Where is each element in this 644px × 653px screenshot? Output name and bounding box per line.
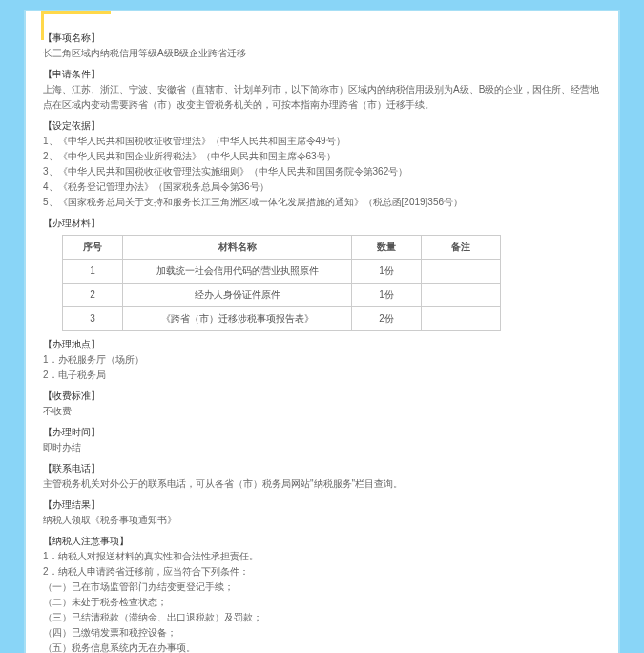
- heading-item-name: 事项名称: [43, 31, 601, 46]
- body-basis: 1、《中华人民共和国税收征收管理法》（中华人民共和国主席令49号） 2、《中华人…: [43, 134, 601, 210]
- cell: 1份: [352, 284, 422, 307]
- heading-basis: 设定依据: [43, 118, 601, 134]
- note-line: （四）已缴销发票和税控设备；: [43, 625, 601, 641]
- cell: 加载统一社会信用代码的营业执照原件: [123, 260, 352, 284]
- th-seq: 序号: [63, 236, 123, 260]
- note-line: 2．纳税人申请跨省迁移前，应当符合下列条件：: [43, 564, 601, 579]
- heading-notes: 纳税人注意事项: [43, 534, 601, 549]
- heading-place: 办理地点: [43, 337, 601, 352]
- basis-line: 4、《税务登记管理办法》（国家税务总局令第36号）: [43, 179, 601, 195]
- cell: 《跨省（市）迁移涉税事项报告表》: [123, 307, 352, 331]
- cell: 1份: [352, 260, 422, 284]
- materials-table: 序号 材料名称 数量 备注 1 加载统一社会信用代码的营业执照原件 1份 2 经…: [62, 235, 501, 331]
- cell: 经办人身份证件原件: [123, 284, 352, 307]
- corner-accent: [41, 11, 58, 40]
- basis-line: 2、《中华人民共和国企业所得税法》（中华人民共和国主席令63号）: [43, 149, 601, 164]
- basis-line: 3、《中华人民共和国税收征收管理法实施细则》（中华人民共和国国务院令第362号）: [43, 164, 601, 179]
- heading-apply-cond: 申请条件: [43, 67, 601, 82]
- heading-materials: 办理材料: [43, 216, 601, 231]
- body-item-name: 长三角区域内纳税信用等级A级B级企业跨省迁移: [43, 46, 601, 61]
- note-line: （二）未处于税务检查状态；: [43, 595, 601, 610]
- th-remark: 备注: [422, 236, 501, 260]
- body-place: 1．办税服务厅（场所） 2．电子税务局: [43, 352, 601, 383]
- note-line: （三）已结清税款（滞纳金、出口退税款）及罚款；: [43, 610, 601, 625]
- table-row: 3 《跨省（市）迁移涉税事项报告表》 2份: [63, 307, 501, 331]
- note-line: （一）已在市场监管部门办结变更登记手续；: [43, 579, 601, 595]
- heading-phone: 联系电话: [43, 461, 601, 476]
- table-row: 1 加载统一社会信用代码的营业执照原件 1份: [63, 260, 501, 284]
- body-fee: 不收费: [43, 404, 601, 419]
- note-line: （五）税务信息系统内无在办事项。: [43, 641, 601, 653]
- cell: [422, 307, 501, 331]
- heading-time: 办理时间: [43, 425, 601, 440]
- table-row: 2 经办人身份证件原件 1份: [63, 284, 501, 307]
- th-qty: 数量: [352, 236, 422, 260]
- table-header-row: 序号 材料名称 数量 备注: [63, 236, 501, 260]
- basis-line: 5、《国家税务总局关于支持和服务长江三角洲区域一体化发展措施的通知》（税总函[2…: [43, 195, 601, 210]
- body-notes: 1．纳税人对报送材料的真实性和合法性承担责任。 2．纳税人申请跨省迁移前，应当符…: [43, 549, 601, 653]
- cell: 2: [63, 284, 123, 307]
- heading-result: 办理结果: [43, 497, 601, 513]
- place-line: 2．电子税务局: [43, 368, 601, 383]
- basis-line: 1、《中华人民共和国税收征收管理法》（中华人民共和国主席令49号）: [43, 134, 601, 149]
- body-apply-cond: 上海、江苏、浙江、宁波、安徽省（直辖市、计划单列市，以下简称市）区域内的纳税信用…: [43, 82, 601, 113]
- cell: 2份: [352, 307, 422, 331]
- th-name: 材料名称: [123, 236, 352, 260]
- cell: [422, 284, 501, 307]
- place-line: 1．办税服务厅（场所）: [43, 352, 601, 368]
- cell: 3: [63, 307, 123, 331]
- detail-panel: 事项名称 长三角区域内纳税信用等级A级B级企业跨省迁移 申请条件 上海、江苏、浙…: [24, 10, 620, 653]
- cell: 1: [63, 260, 123, 284]
- heading-fee: 收费标准: [43, 389, 601, 404]
- note-line: 1．纳税人对报送材料的真实性和合法性承担责任。: [43, 549, 601, 564]
- body-result: 纳税人领取《税务事项通知书》: [43, 513, 601, 528]
- cell: [422, 260, 501, 284]
- body-phone: 主管税务机关对外公开的联系电话，可从各省（市）税务局网站"纳税服务"栏目查询。: [43, 476, 601, 492]
- body-time: 即时办结: [43, 440, 601, 455]
